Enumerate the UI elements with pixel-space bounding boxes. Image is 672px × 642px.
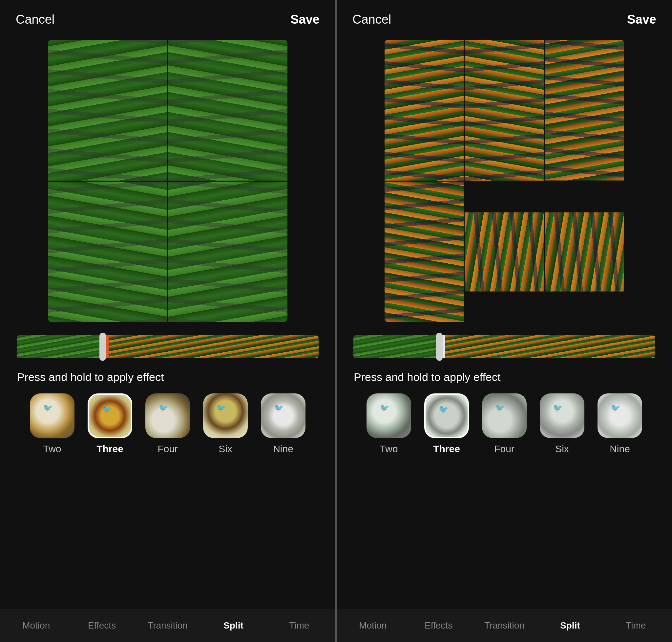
right-timeline-autumn: [445, 335, 655, 358]
right-effect-six[interactable]: Six: [540, 394, 584, 454]
left-tab-motion[interactable]: Motion: [3, 617, 69, 634]
right-tab-bar: Motion Effects Transition Split Time: [337, 609, 672, 642]
right-preview-cell-6: [545, 182, 624, 322]
left-circle-six: [203, 394, 248, 438]
right-playhead[interactable]: [436, 333, 443, 361]
right-save-button[interactable]: Save: [627, 12, 656, 27]
right-effects-row: Two Three Four Six Nine: [357, 394, 652, 454]
right-tab-time[interactable]: Time: [603, 617, 669, 634]
left-label-three: Three: [96, 443, 123, 454]
left-tab-effects[interactable]: Effects: [69, 617, 134, 634]
right-preview-cell-5: [465, 182, 544, 322]
right-circle-three: [424, 394, 469, 438]
left-panel: Cancel Save Press and hold to: [0, 0, 335, 642]
right-label-two: Two: [380, 443, 398, 454]
preview-cell-1: [48, 40, 167, 181]
left-playhead[interactable]: [100, 333, 106, 361]
left-tab-transition[interactable]: Transition: [135, 617, 200, 634]
left-save-button[interactable]: Save: [290, 12, 320, 27]
left-tab-bar: Motion Effects Transition Split Time: [0, 609, 335, 642]
right-circle-six: [540, 394, 584, 438]
left-circle-two: [30, 394, 75, 438]
left-effect-two[interactable]: Two: [30, 394, 75, 454]
left-header: Cancel Save: [0, 0, 335, 37]
left-effect-nine[interactable]: Nine: [261, 394, 305, 454]
left-timeline-green: [17, 335, 101, 358]
preview-cell-3: [48, 182, 167, 322]
right-effect-four[interactable]: Four: [482, 394, 527, 454]
right-tab-motion[interactable]: Motion: [340, 617, 406, 634]
right-effect-three[interactable]: Three: [424, 394, 469, 454]
left-label-four: Four: [158, 443, 178, 454]
left-timeline-autumn: [109, 335, 319, 358]
left-effect-six[interactable]: Six: [203, 394, 248, 454]
left-effect-four[interactable]: Four: [145, 394, 190, 454]
left-label-nine: Nine: [273, 443, 293, 454]
right-circle-nine: [597, 394, 642, 438]
right-preview-cell-1: [385, 40, 464, 181]
right-label-six: Six: [555, 443, 569, 454]
right-effect-nine[interactable]: Nine: [597, 394, 642, 454]
left-circle-four: [145, 394, 190, 438]
right-preview: [385, 40, 624, 322]
left-effect-three[interactable]: Three: [88, 394, 132, 454]
right-effect-two[interactable]: Two: [367, 394, 411, 454]
left-effects-row: Two Three Four Six Nine: [20, 394, 315, 454]
left-timeline-track[interactable]: [17, 335, 319, 358]
right-timeline-green: [353, 335, 438, 358]
right-tab-split[interactable]: Split: [537, 617, 603, 634]
preview-cell-2: [168, 40, 288, 181]
right-label-three: Three: [433, 443, 460, 454]
right-tab-effects[interactable]: Effects: [406, 617, 471, 634]
left-timeline-container[interactable]: [17, 335, 319, 362]
left-tab-split[interactable]: Split: [200, 617, 266, 634]
right-circle-four: [482, 394, 527, 438]
right-preview-cell-4: [385, 182, 464, 322]
right-panel: Cancel Save: [337, 0, 672, 642]
right-circle-two: [367, 394, 411, 438]
left-preview-grid: [48, 40, 287, 322]
right-timeline-track[interactable]: [353, 335, 655, 358]
left-tab-time[interactable]: Time: [266, 617, 332, 634]
right-label-four: Four: [494, 443, 514, 454]
right-preview-grid: [385, 40, 624, 322]
left-circle-nine: [261, 394, 305, 438]
right-header: Cancel Save: [337, 0, 672, 37]
preview-cell-4: [168, 182, 288, 322]
left-circle-three: [88, 394, 132, 438]
right-cancel-button[interactable]: Cancel: [352, 12, 391, 27]
left-label-two: Two: [43, 443, 61, 454]
right-preview-cell-2: [465, 40, 544, 181]
left-press-hold-text: Press and hold to apply effect: [0, 362, 335, 384]
left-cancel-button[interactable]: Cancel: [16, 12, 54, 27]
left-preview: [48, 40, 287, 322]
left-label-six: Six: [219, 443, 232, 454]
right-timeline-container[interactable]: [353, 335, 655, 362]
right-preview-cell-3: [545, 40, 624, 181]
right-press-hold-text: Press and hold to apply effect: [337, 362, 672, 384]
right-tab-transition[interactable]: Transition: [472, 617, 537, 634]
right-label-nine: Nine: [610, 443, 630, 454]
